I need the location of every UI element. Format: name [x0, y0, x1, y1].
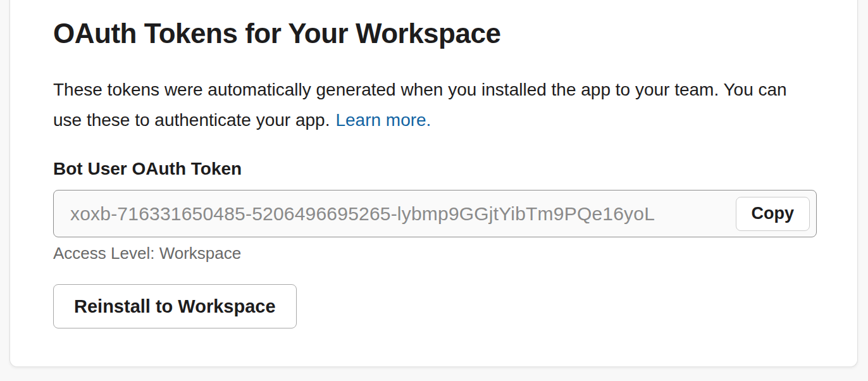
oauth-tokens-card: OAuth Tokens for Your Workspace These to… — [9, 0, 858, 367]
learn-more-link[interactable]: Learn more. — [335, 110, 431, 130]
bot-token-field[interactable]: xoxb-716331650485-5206496695265-lybmp9GG… — [53, 190, 817, 237]
copy-button[interactable]: Copy — [736, 197, 810, 231]
bot-token-value: xoxb-716331650485-5206496695265-lybmp9GG… — [70, 203, 655, 225]
access-level-text: Access Level: Workspace — [53, 244, 817, 263]
page-background: OAuth Tokens for Your Workspace These to… — [0, 0, 868, 381]
page-title: OAuth Tokens for Your Workspace — [53, 18, 817, 49]
description: These tokens were automatically generate… — [53, 75, 817, 135]
bot-token-label: Bot User OAuth Token — [53, 158, 817, 180]
reinstall-button[interactable]: Reinstall to Workspace — [53, 284, 297, 328]
